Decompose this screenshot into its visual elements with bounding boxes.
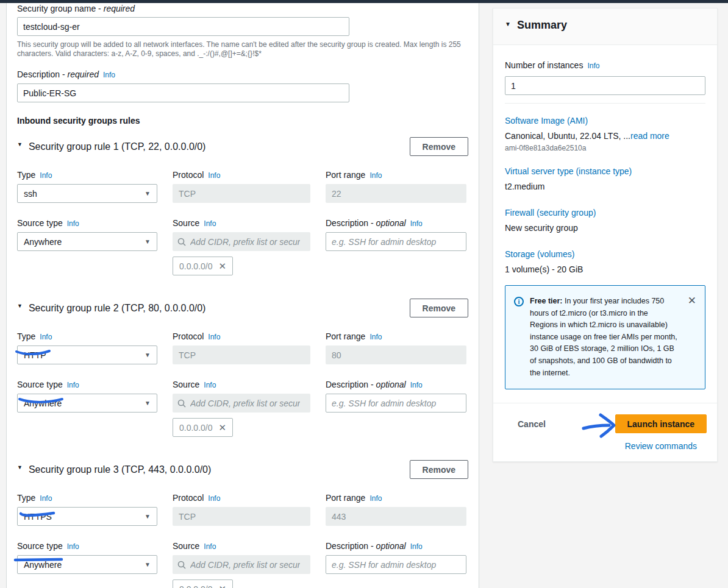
chevron-down-icon: ▼ <box>505 21 511 27</box>
rule-3-source-input[interactable] <box>190 560 300 570</box>
remove-cidr-icon[interactable]: ✕ <box>219 261 227 272</box>
description-info-link[interactable]: Info <box>103 71 115 79</box>
storage-link[interactable]: Storage (volumes) <box>505 249 574 260</box>
chevron-down-icon[interactable]: ▼ <box>17 464 23 470</box>
port-info-link[interactable]: Info <box>369 333 382 341</box>
remove-cidr-icon[interactable]: ✕ <box>219 584 227 588</box>
desc-info-link[interactable]: Info <box>410 542 423 551</box>
cancel-button[interactable]: Cancel <box>518 419 546 429</box>
storage-value: 1 volume(s) - 20 GiB <box>505 264 705 275</box>
instance-type-value: t2.medium <box>505 181 705 193</box>
software-image-value: Canonical, Ubuntu, 22.04 LTS, ...read mo… <box>505 130 705 142</box>
source-info-link[interactable]: Info <box>204 381 216 389</box>
rule-3-port-field: 443 <box>326 507 466 526</box>
source-info-link[interactable]: Info <box>204 542 216 551</box>
rule-1-desc-label: Description -optionalInfo <box>326 218 466 230</box>
search-icon <box>177 238 186 246</box>
rule-2-port-field: 80 <box>326 345 466 364</box>
rule-2-cidr-token: 0.0.0.0/0 ✕ <box>173 418 233 437</box>
rule-2-source-search[interactable] <box>173 394 310 413</box>
type-info-link[interactable]: Info <box>40 171 52 180</box>
rule-1-title: ▼ Security group rule 1 (TCP, 22, 0.0.0.… <box>17 141 205 152</box>
ami-id: ami-0f8e81a3da6e2510a <box>505 143 705 153</box>
rule-1-source-type-select[interactable]: Anywhere ▼ <box>17 232 157 251</box>
read-more-link[interactable]: read more <box>630 131 669 141</box>
rule-1-type-select[interactable]: ssh ▼ <box>17 184 157 203</box>
port-info-link[interactable]: Info <box>369 494 382 503</box>
rule-1-desc-input[interactable] <box>326 232 466 251</box>
desc-info-link[interactable]: Info <box>410 219 423 228</box>
source-info-link[interactable]: Info <box>204 219 216 228</box>
port-info-link[interactable]: Info <box>369 171 382 180</box>
firewall-value: New security group <box>505 222 705 234</box>
select-caret-icon: ▼ <box>145 561 151 568</box>
firewall-link[interactable]: Firewall (security group) <box>505 207 596 219</box>
rule-1-port-label: Port rangeInfo <box>326 169 466 182</box>
software-image-link[interactable]: Software Image (AMI) <box>505 115 588 127</box>
select-caret-icon: ▼ <box>145 513 151 520</box>
instance-type-link[interactable]: Virtual server type (instance type) <box>505 166 632 177</box>
rule-2-type-select[interactable]: HTTP ▼ <box>17 345 157 364</box>
rule-1-protocol-field: TCP <box>173 184 310 203</box>
rule-2-desc-input[interactable] <box>326 394 466 413</box>
type-info-link[interactable]: Info <box>40 333 52 341</box>
instances-label: Number of instancesInfo <box>505 60 705 72</box>
desc-info-link[interactable]: Info <box>410 381 423 389</box>
rule-3-source-type-select[interactable]: Anywhere ▼ <box>17 555 157 574</box>
rule-3-protocol-field: TCP <box>173 507 310 526</box>
security-group-name-help: This security group will be added to all… <box>17 40 468 58</box>
protocol-info-link[interactable]: Info <box>208 494 220 503</box>
chevron-down-icon[interactable]: ▼ <box>17 141 23 147</box>
rule-3-remove-button[interactable]: Remove <box>410 460 468 479</box>
type-info-link[interactable]: Info <box>40 494 52 503</box>
rule-1-type-label: TypeInfo <box>17 169 157 182</box>
protocol-info-link[interactable]: Info <box>208 333 220 341</box>
rule-2-protocol-label: ProtocolInfo <box>173 331 310 343</box>
rule-3-type-select[interactable]: HTTPS ▼ <box>17 507 157 526</box>
rule-1-remove-button[interactable]: Remove <box>410 137 468 156</box>
chevron-down-icon[interactable]: ▼ <box>17 303 23 309</box>
source-type-info-link[interactable]: Info <box>67 219 79 228</box>
instances-input[interactable] <box>505 76 705 95</box>
security-group-form-panel: Security group name -required This secur… <box>6 3 479 588</box>
protocol-info-link[interactable]: Info <box>208 171 220 180</box>
summary-title: Summary <box>517 19 567 32</box>
rule-1-source-search[interactable] <box>173 232 310 251</box>
rule-1-source-label: SourceInfo <box>173 218 310 230</box>
instances-info-link[interactable]: Info <box>587 62 599 70</box>
rule-2-type-label: TypeInfo <box>17 331 157 343</box>
description-label: Description -requiredInfo <box>17 69 468 81</box>
remove-cidr-icon[interactable]: ✕ <box>219 422 227 433</box>
rule-3-header: ▼ Security group rule 3 (TCP, 443, 0.0.0… <box>17 460 468 479</box>
rule-3-source-label: SourceInfo <box>173 540 310 553</box>
top-nav-bar-edge <box>0 0 728 3</box>
inbound-rules-heading: Inbound security groups rules <box>17 115 468 127</box>
select-caret-icon: ▼ <box>145 352 151 358</box>
rule-3-desc-label: Description -optionalInfo <box>326 540 466 553</box>
free-tier-text: Free tier: In your first year includes 7… <box>530 296 678 379</box>
info-icon: i <box>514 297 524 306</box>
rule-2-source-input[interactable] <box>190 398 300 408</box>
summary-header[interactable]: ▼ Summary <box>493 9 717 45</box>
rule-2-source-type-select[interactable]: Anywhere ▼ <box>17 394 157 413</box>
select-caret-icon: ▼ <box>145 190 151 197</box>
close-icon[interactable]: ✕ <box>688 296 696 306</box>
rule-3-cidr-token: 0.0.0.0/0 ✕ <box>173 579 233 588</box>
select-caret-icon: ▼ <box>145 400 151 406</box>
rule-1-source-input[interactable] <box>190 237 300 247</box>
summary-panel: ▼ Summary Number of instancesInfo Softwa… <box>493 8 718 462</box>
rule-3-source-search[interactable] <box>173 555 310 574</box>
security-group-name-input[interactable] <box>17 17 349 36</box>
rule-3-desc-input[interactable] <box>326 555 466 574</box>
source-type-info-link[interactable]: Info <box>67 542 79 551</box>
free-tier-alert: i Free tier: In your first year includes… <box>505 285 705 389</box>
rule-3-title: ▼ Security group rule 3 (TCP, 443, 0.0.0… <box>17 464 211 475</box>
launch-instance-button[interactable]: Launch instance <box>615 414 707 433</box>
description-input[interactable] <box>17 83 349 102</box>
rule-2-source-label: SourceInfo <box>173 379 310 391</box>
source-type-info-link[interactable]: Info <box>67 381 79 389</box>
search-icon <box>177 561 186 569</box>
review-commands-link[interactable]: Review commands <box>625 441 697 451</box>
rule-2-remove-button[interactable]: Remove <box>410 299 468 317</box>
rule-3-protocol-label: ProtocolInfo <box>173 492 310 505</box>
